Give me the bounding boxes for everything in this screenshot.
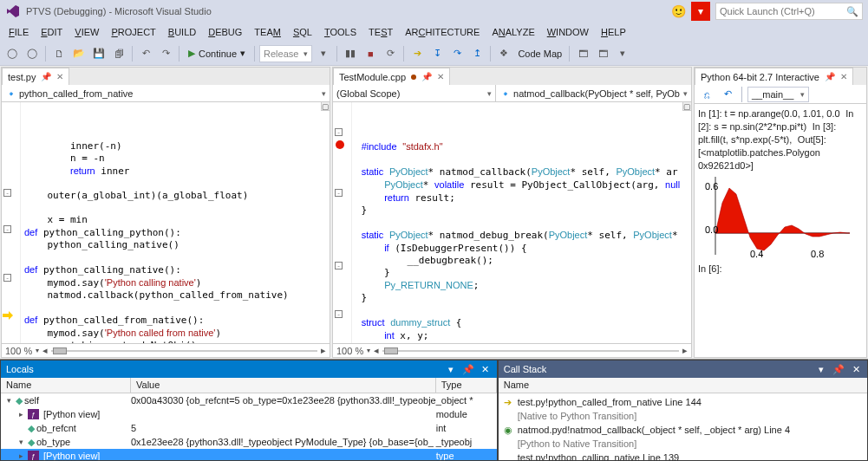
col-type[interactable]: Type: [436, 378, 497, 393]
window-menu-icon[interactable]: ▾: [445, 364, 457, 375]
close-icon[interactable]: ✕: [840, 72, 847, 81]
menu-architecture[interactable]: ARCHITECTURE: [400, 25, 485, 39]
locals-rows[interactable]: ▾◆self0x00a43030 {ob_refcnt=5 ob_type=0x…: [1, 393, 497, 460]
show-next-icon[interactable]: ➔: [408, 45, 426, 62]
callstack-rows[interactable]: ➔test.py!python_called_from_native Line …: [499, 393, 867, 460]
pin-icon[interactable]: 📌: [41, 72, 51, 81]
tab-testmodule-cpp[interactable]: TestModule.cpp📌✕: [333, 68, 450, 85]
nav-fwd-icon[interactable]: ◯: [23, 45, 41, 62]
menu-test[interactable]: TEST: [363, 25, 398, 39]
restart-icon[interactable]: ⟳: [382, 45, 399, 62]
platform-dd-icon[interactable]: ▾: [315, 45, 332, 62]
split-handle[interactable]: ▢: [682, 102, 691, 111]
close-icon[interactable]: ✕: [850, 364, 862, 375]
nav-member-dd[interactable]: 🔹python_called_from_native: [2, 85, 330, 101]
stop-icon[interactable]: ■: [362, 45, 379, 62]
config-dropdown[interactable]: Release: [259, 45, 312, 62]
breakpoint-icon[interactable]: [336, 140, 344, 149]
close-icon[interactable]: ✕: [437, 72, 444, 81]
step-into-icon[interactable]: ↧: [428, 45, 446, 62]
save-all-icon[interactable]: 🗐: [110, 45, 127, 62]
continue-button[interactable]: ▶Continue ▾: [184, 45, 250, 62]
close-icon[interactable]: ✕: [480, 364, 492, 375]
locals-row[interactable]: ▾◆self0x00a43030 {ob_refcnt=5 ob_type=0x…: [1, 393, 497, 407]
menu-debug[interactable]: DEBUG: [203, 25, 247, 39]
reset-icon[interactable]: ⎌: [698, 86, 715, 103]
menu-tools[interactable]: TOOLS: [319, 25, 362, 39]
menu-file[interactable]: FILE: [3, 25, 34, 39]
modified-dot-icon: [411, 75, 416, 80]
redo-icon[interactable]: ↷: [157, 45, 174, 62]
tabstrip-left: test.py📌✕: [2, 68, 330, 85]
hscroll[interactable]: [51, 347, 317, 355]
zoom-level[interactable]: 100 %: [336, 346, 363, 356]
hscroll[interactable]: [382, 347, 679, 355]
locals-title: Locals: [6, 364, 34, 374]
hscroll-right-icon[interactable]: ▸: [321, 345, 326, 356]
pause-icon[interactable]: ▮▮: [342, 45, 359, 62]
quick-launch-input[interactable]: 🔍: [715, 3, 863, 20]
callstack-row[interactable]: ➔test.py!python_called_from_native Line …: [502, 395, 864, 409]
locals-row[interactable]: ▾◆ob_type0x1e23ee28 {python33.dll!_typeo…: [1, 435, 497, 449]
col-name[interactable]: Name: [499, 378, 867, 393]
callstack-row[interactable]: [Python to Native Transition]: [502, 437, 864, 451]
nav-back-icon[interactable]: ◯: [3, 45, 21, 62]
menu-build[interactable]: BUILD: [163, 25, 201, 39]
locals-window: Locals ▾ 📌 ✕ Name Value Type ▾◆self0x00a…: [0, 360, 498, 461]
codemap-label[interactable]: Code Map: [515, 49, 565, 59]
locals-row[interactable]: ◆ob_refcnt5int: [1, 421, 497, 435]
locals-row[interactable]: ▸ƒ[Python view]type: [1, 449, 497, 460]
callstack-row[interactable]: [Native to Python Transition]: [502, 409, 864, 423]
menu-analyze[interactable]: ANALYZE: [486, 25, 539, 39]
code-editor-mid[interactable]: - - - - ▢ #include "stdafx.h" static PyO…: [333, 102, 691, 343]
pin-icon[interactable]: 📌: [462, 364, 474, 375]
undo-icon[interactable]: ↶: [137, 45, 154, 62]
menu-project[interactable]: PROJECT: [106, 25, 160, 39]
col-name[interactable]: Name: [1, 378, 131, 393]
undo-int-icon[interactable]: ↶: [719, 86, 736, 103]
zoom-level[interactable]: 100 %: [5, 346, 32, 356]
menu-help[interactable]: HELP: [596, 25, 631, 39]
callstack-row[interactable]: ◉natmod.pyd!natmod_callback(_object * se…: [502, 423, 864, 437]
repl-output[interactable]: In [1]: t = np.arange(0.0, 1.01, 0.0 In …: [695, 104, 866, 357]
open-file-icon[interactable]: 📂: [70, 45, 88, 62]
menu-edit[interactable]: EDIT: [36, 25, 68, 39]
quick-launch-field[interactable]: [720, 6, 846, 16]
feedback-icon[interactable]: 🙂: [671, 4, 686, 18]
new-project-icon[interactable]: 🗋: [50, 45, 68, 62]
split-handle[interactable]: ▢: [321, 102, 330, 111]
nav-scope-dd[interactable]: (Global Scope): [333, 85, 496, 101]
pin-icon[interactable]: 📌: [825, 72, 835, 81]
method-icon: 🔹: [499, 88, 510, 99]
col-value[interactable]: Value: [131, 378, 436, 393]
misc3-icon[interactable]: ▾: [614, 45, 631, 62]
tab-interactive[interactable]: Python 64-bit 2.7 Interactive📌✕: [695, 68, 853, 85]
misc1-icon[interactable]: 🗔: [574, 45, 591, 62]
window-menu-icon[interactable]: ▾: [815, 364, 827, 375]
step-out-icon[interactable]: ↥: [468, 45, 486, 62]
code-editor-left[interactable]: - - - ▢ inner(-n) n = -n return inner ou…: [2, 102, 330, 343]
save-icon[interactable]: 💾: [90, 45, 108, 62]
locals-row[interactable]: ▸ƒ[Python view]module: [1, 407, 497, 421]
menu-team[interactable]: TEAM: [249, 25, 286, 39]
close-icon[interactable]: ✕: [56, 72, 63, 81]
hscroll-left-icon[interactable]: ◂: [42, 345, 48, 356]
misc2-icon[interactable]: 🗔: [594, 45, 611, 62]
callstack-row[interactable]: test.py!python_calling_native Line 139: [502, 451, 864, 460]
interactive-pane: Python 64-bit 2.7 Interactive📌✕ ⎌ ↶ __ma…: [694, 67, 867, 358]
callstack-header[interactable]: Call Stack ▾ 📌 ✕: [499, 360, 867, 378]
pin-icon[interactable]: 📌: [421, 72, 432, 81]
menu-view[interactable]: VIEW: [69, 25, 104, 39]
notifications-flag-icon[interactable]: ▾: [691, 2, 710, 21]
nav-member2-dd[interactable]: 🔹natmod_callback(PyObject * self, PyOb: [496, 85, 691, 101]
pin-icon[interactable]: 📌: [832, 364, 845, 375]
locals-header[interactable]: Locals ▾ 📌 ✕: [1, 360, 497, 378]
method-icon: 🔹: [5, 88, 16, 99]
menu-sql[interactable]: SQL: [288, 25, 317, 39]
menu-window[interactable]: WINDOW: [542, 25, 594, 39]
tab-test-py[interactable]: test.py📌✕: [2, 68, 69, 85]
step-over-icon[interactable]: ↷: [448, 45, 466, 62]
scope-dropdown[interactable]: __main__: [747, 87, 809, 102]
codemap-icon[interactable]: ❖: [495, 45, 512, 62]
callstack-window: Call Stack ▾ 📌 ✕ Name ➔test.py!python_ca…: [498, 360, 868, 461]
